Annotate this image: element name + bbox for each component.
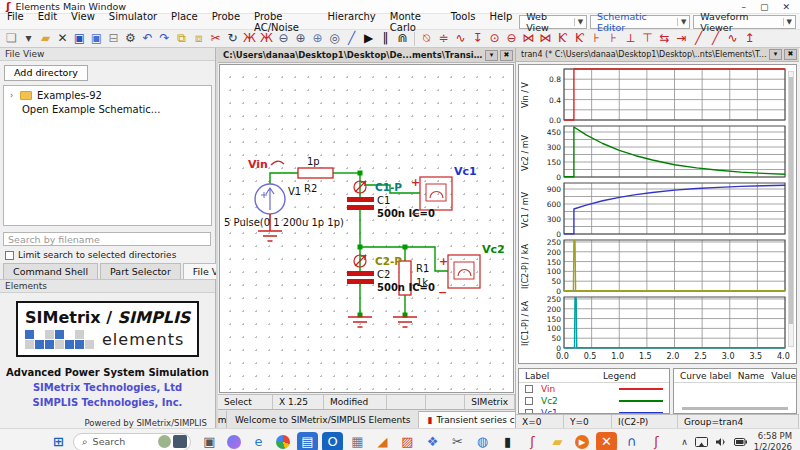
close-button[interactable]: ✕ bbox=[782, 1, 790, 13]
probe-pen2-icon[interactable]: ╱ bbox=[707, 30, 724, 47]
tab-part-selector[interactable]: Part Selector bbox=[100, 263, 181, 279]
waveform-vertical-scrollbar[interactable] bbox=[788, 71, 794, 347]
chevron-down-icon[interactable]: ▼ bbox=[677, 18, 686, 26]
cut-icon[interactable]: ✂ bbox=[207, 30, 224, 47]
tray-chevron-icon[interactable]: ∧ bbox=[681, 437, 688, 447]
taskbar-clock[interactable]: 6:58 PM 1/2/2026 bbox=[754, 431, 792, 450]
label-c1[interactable]: C1 bbox=[377, 195, 390, 206]
matlab-icon[interactable]: ◢ bbox=[372, 432, 393, 450]
terminal-icon[interactable]: ▮ bbox=[497, 432, 518, 450]
npn-icon[interactable]: Ƙ bbox=[554, 30, 571, 47]
label-vc2[interactable]: Vc2 bbox=[482, 243, 505, 256]
nmos-icon[interactable]: ⊦ bbox=[588, 30, 605, 47]
plot-canvas-ic2p[interactable]: 050100150200250 bbox=[532, 238, 788, 295]
legend-checkbox[interactable] bbox=[525, 409, 533, 414]
pnp-icon[interactable]: Ƙ bbox=[571, 30, 588, 47]
label-r1[interactable]: R1 bbox=[416, 263, 429, 274]
plot-canvas-vc1[interactable]: 0300600900 bbox=[532, 181, 788, 238]
zoom-in-icon[interactable]: ⊕ bbox=[292, 30, 309, 47]
save-as-icon[interactable]: ▣ bbox=[88, 30, 105, 47]
schematic-editor-button[interactable]: Schematic Editor▼ bbox=[590, 15, 690, 29]
xd-icon[interactable]: ✕ bbox=[596, 432, 617, 450]
start-button[interactable]: ⊞ bbox=[48, 432, 69, 450]
window-dropdown-icon[interactable]: ▾ bbox=[769, 49, 782, 60]
label-r2[interactable]: R2 bbox=[304, 183, 317, 194]
zoom-fit-icon[interactable]: ◎ bbox=[326, 30, 343, 47]
capacitor-c2[interactable] bbox=[347, 271, 374, 284]
redo-icon[interactable]: ↷ bbox=[156, 30, 173, 47]
powerpoint-icon[interactable]: ▨ bbox=[397, 432, 418, 450]
legend-checkbox[interactable] bbox=[525, 397, 533, 405]
tab-command-shell[interactable]: Command Shell bbox=[3, 263, 98, 279]
label-c1-value[interactable]: 500n IC=0 bbox=[377, 208, 435, 219]
search-input[interactable] bbox=[3, 232, 211, 246]
limit-search-checkbox[interactable] bbox=[5, 251, 14, 260]
label-pulse[interactable]: 5 Pulse(0 1 200u 1p 1p) bbox=[224, 217, 344, 228]
thyristor-icon[interactable]: ⊤ bbox=[639, 30, 656, 47]
company-simplis[interactable]: SIMPLIS Technologies, Inc. bbox=[0, 397, 215, 408]
probe-icon[interactable]: ↧ bbox=[469, 30, 486, 47]
office-grid-icon[interactable]: ▦ bbox=[347, 432, 368, 450]
buffer-icon[interactable]: ⇆ bbox=[656, 30, 673, 47]
plot-canvas-vc2[interactable]: 0150300450 bbox=[532, 124, 788, 181]
browser-icon[interactable]: ◍ bbox=[472, 432, 493, 450]
sine-probe-icon[interactable]: ∿ bbox=[724, 30, 741, 47]
pause-simulation-icon[interactable]: ‖ bbox=[377, 30, 394, 47]
settings-icon[interactable]: ⚙ bbox=[122, 30, 139, 47]
capacitor-c1[interactable] bbox=[347, 197, 374, 210]
plot-canvas-ic1p[interactable]: 050100150200250 bbox=[532, 295, 788, 352]
chevron-down-icon[interactable]: ▼ bbox=[574, 18, 583, 26]
waveform-viewer-button[interactable]: Waveform Viewer▼ bbox=[693, 15, 796, 29]
tree-item-examples[interactable]: › Examples-92 bbox=[4, 89, 211, 103]
task-view-icon[interactable]: ▣ bbox=[199, 432, 220, 450]
edge-icon[interactable]: e bbox=[248, 432, 269, 450]
expand-arrow-icon[interactable]: › bbox=[10, 91, 20, 100]
resistor-icon[interactable]: ⍉ bbox=[418, 30, 435, 47]
label-c1p[interactable]: C1-P bbox=[375, 181, 402, 193]
resistor-r2[interactable] bbox=[298, 168, 333, 178]
gate-icon[interactable]: ⇥ bbox=[673, 30, 690, 47]
media-player-icon[interactable]: ▸ bbox=[575, 435, 589, 449]
v1-voltage-source[interactable] bbox=[255, 184, 285, 214]
outlook-icon[interactable]: O bbox=[322, 432, 343, 450]
taskbar-search[interactable]: ⌕ Search bbox=[73, 433, 191, 450]
store-icon[interactable]: ▤ bbox=[297, 432, 318, 450]
volt-probe-icon[interactable]: ↥ bbox=[741, 30, 758, 47]
wire-junction-icon[interactable]: Ж bbox=[258, 30, 275, 47]
print-icon[interactable]: ⊟ bbox=[105, 30, 122, 47]
label-r2-value[interactable]: 1p bbox=[307, 156, 320, 167]
label-vin[interactable]: Vin bbox=[248, 158, 268, 171]
zener-icon[interactable]: ⊖ bbox=[503, 30, 520, 47]
igbt-icon[interactable]: ⟂ bbox=[622, 30, 639, 47]
wire-mode-icon[interactable]: Ж bbox=[241, 30, 258, 47]
voltage-probe-vc2[interactable] bbox=[448, 255, 480, 288]
new-dropdown-icon[interactable]: ▾ bbox=[20, 30, 37, 47]
open-icon[interactable]: ▰ bbox=[37, 30, 54, 47]
paste-icon[interactable]: ⧈ bbox=[190, 30, 207, 47]
tab-elements-home[interactable]: Elements Home bbox=[218, 411, 227, 428]
curve-table-hscrollbar[interactable] bbox=[682, 407, 788, 410]
simetrix2-taskbar-icon[interactable]: ʃ bbox=[646, 432, 667, 450]
copy-window-icon[interactable]: ⧉ bbox=[173, 30, 190, 47]
battery-icon[interactable] bbox=[734, 438, 747, 446]
zoom-out-icon[interactable]: ⊖ bbox=[275, 30, 292, 47]
inductor-icon[interactable]: ∿ bbox=[452, 30, 469, 47]
window-close-icon[interactable]: ✖ bbox=[784, 49, 797, 60]
legend-row-vc2[interactable]: Vc2 bbox=[519, 395, 669, 407]
web-view-button[interactable]: Web View▼ bbox=[519, 15, 587, 29]
transformer-icon[interactable]: ⋈ bbox=[520, 30, 537, 47]
label-v1[interactable]: V1 bbox=[288, 186, 301, 197]
chrome-icon[interactable] bbox=[276, 435, 290, 449]
tab-current-schematic[interactable]: ▮ Transient series caps.wxsch* bbox=[419, 411, 515, 428]
legend-row-vc1[interactable]: Vc1 bbox=[519, 407, 669, 414]
close-sheet-icon[interactable]: ✕ bbox=[54, 30, 71, 47]
transformer2-icon[interactable]: ⋈ bbox=[537, 30, 554, 47]
label-vc1[interactable]: Vc1 bbox=[454, 165, 477, 178]
label-c2p[interactable]: C2-P bbox=[375, 255, 402, 267]
simetrix-taskbar-icon[interactable]: ʃ bbox=[522, 432, 543, 450]
legend-row-vin[interactable]: Vin bbox=[519, 383, 669, 395]
clock-source-icon[interactable]: ⊙ bbox=[486, 30, 503, 47]
zoom-area-icon[interactable]: ⊕ bbox=[309, 30, 326, 47]
capacitor-icon[interactable]: ≑ bbox=[435, 30, 452, 47]
schematic-canvas[interactable]: Vin V1 5 Pulse(0 1 200u 1p 1p) 1p R2 C1-… bbox=[219, 64, 514, 393]
